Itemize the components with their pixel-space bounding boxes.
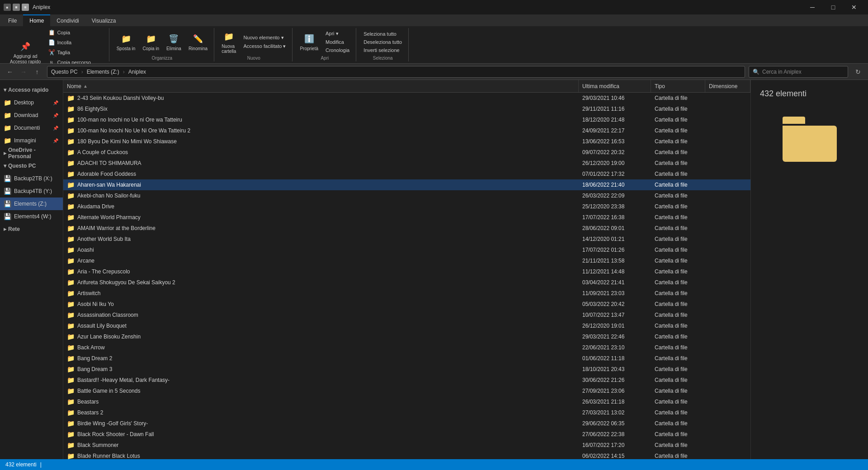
table-row[interactable]: 📁 Birdie Wing -Golf Girls' Story- 29/06/…	[63, 418, 750, 429]
table-row[interactable]: 📁 ADACHI TO SHIMAMURA 26/12/2020 19:00 C…	[63, 158, 750, 169]
btn-sposta-in[interactable]: 📁 Sposta in	[114, 31, 138, 53]
table-row[interactable]: 📁 Arifureta Shokugyou De Sekai Saikyou 2…	[63, 277, 750, 288]
btn-nuovo-elemento[interactable]: Nuovo elemento ▾	[241, 34, 288, 42]
table-row[interactable]: 📁 180 Byou De Kimi No Mimi Wo Shiawase 1…	[63, 136, 750, 147]
nav-buttons: ← → ↑	[4, 66, 43, 78]
sidebar-section-onedrive[interactable]: ▸ OneDrive - Personal	[0, 147, 63, 160]
file-name-cell: 📁 Aharen-san Wa Hakarenai	[63, 179, 579, 190]
btn-accesso-facilitato[interactable]: Accesso facilitato ▾	[241, 42, 288, 50]
tab-home[interactable]: Home	[23, 14, 50, 26]
table-row[interactable]: 📁 AMAIM Warrior at the Borderline 28/06/…	[63, 223, 750, 234]
sidebar-item-download[interactable]: 📁 Download 📌	[0, 109, 63, 122]
table-row[interactable]: 📁 Assault Lily Bouquet 26/12/2020 19:01 …	[63, 320, 750, 331]
col-header-size[interactable]: Dimensione	[705, 80, 750, 92]
table-row[interactable]: 📁 Arcane 21/11/2021 13:58 Cartella di fi…	[63, 255, 750, 266]
table-row[interactable]: 📁 Beastars 26/03/2021 21:18 Cartella di …	[63, 396, 750, 407]
table-row[interactable]: 📁 100-man No Inochi No Ue Ni Ore Wa Tatt…	[63, 125, 750, 136]
btn-rinomina[interactable]: ✏️ Rinomina	[186, 31, 210, 53]
refresh-button[interactable]: ↻	[852, 66, 864, 78]
btn-cronologia[interactable]: Cronologia	[323, 47, 352, 54]
back-button[interactable]: ←	[4, 66, 16, 78]
table-row[interactable]: 📁 Asobi Ni Iku Yo 05/03/2022 20:42 Carte…	[63, 299, 750, 310]
sidebar-section-accesso-rapido[interactable]: ▾ Accesso rapido	[0, 84, 63, 96]
table-row[interactable]: 📁 Artiswitch 11/09/2021 23:03 Cartella d…	[63, 288, 750, 299]
app-icon-3: ■	[22, 4, 29, 11]
btn-inverti-selezione[interactable]: Inverti selezione	[361, 47, 405, 54]
table-row[interactable]: 📁 Black Summoner 16/07/2022 17:20 Cartel…	[63, 440, 750, 451]
table-row[interactable]: 📁 100-man no Inochi no Ue ni Ore wa Tatt…	[63, 114, 750, 125]
btn-deseleziona-tutto[interactable]: Deseleziona tutto	[361, 38, 405, 46]
close-button[interactable]: ✕	[844, 0, 864, 14]
up-button[interactable]: ↑	[31, 66, 43, 78]
file-size-cell	[705, 288, 750, 299]
btn-seleziona-tutto[interactable]: Seleziona tutto	[361, 30, 405, 38]
table-row[interactable]: 📁 Another World Sub Ita 14/12/2020 01:21…	[63, 234, 750, 244]
table-row[interactable]: 📁 Blade Runner Black Lotus 06/02/2022 14…	[63, 451, 750, 459]
sidebar-item-immagini[interactable]: 📁 Immagini 📌	[0, 134, 63, 147]
table-row[interactable]: 📁 Adorable Food Goddess 07/01/2022 17:32…	[63, 169, 750, 179]
table-row[interactable]: 📁 Battle Game in 5 Seconds 27/09/2021 23…	[63, 385, 750, 396]
sidebar-section-questo-pc[interactable]: ▾ Questo PC	[0, 160, 63, 172]
table-row[interactable]: 📁 Alternate World Pharmacy 17/07/2022 16…	[63, 212, 750, 223]
btn-incolla[interactable]: 📄 Incolla	[45, 38, 105, 47]
table-row[interactable]: 📁 Akudama Drive 25/12/2020 23:38 Cartell…	[63, 201, 750, 212]
file-name-cell: 📁 100-man no Inochi no Ue ni Ore wa Tatt…	[63, 114, 579, 125]
btn-apri[interactable]: Apri ▾	[323, 30, 352, 38]
file-name-cell: 📁 Arcane	[63, 255, 579, 266]
folder-tab	[783, 117, 805, 124]
table-row[interactable]: 📁 Aoashi 17/07/2022 01:26 Cartella di fi…	[63, 244, 750, 255]
forward-button[interactable]: →	[17, 66, 30, 78]
btn-proprieta[interactable]: ℹ️ Proprietà	[297, 31, 321, 53]
btn-add-quick-access[interactable]: 📌 Aggiungi adAccesso rapido	[7, 38, 43, 66]
sidebar-item-elements-z[interactable]: 💾 Elements (Z:)	[0, 197, 63, 210]
address-bar: ← → ↑ Questo PC › Elements (Z:) › Aniple…	[0, 64, 868, 80]
sidebar-item-backup4tb[interactable]: 💾 Backup4TB (Y:)	[0, 185, 63, 197]
sidebar-item-elements4-w[interactable]: 💾 Elements4 (W:)	[0, 210, 63, 223]
address-path[interactable]: Questo PC › Elements (Z:) › Aniplex	[47, 66, 745, 78]
sidebar-item-documenti[interactable]: 📁 Documenti 📌	[0, 122, 63, 134]
tab-condividi[interactable]: Condividi	[50, 14, 85, 26]
btn-nuova-cartella[interactable]: 📁 Nuovacartella	[219, 28, 239, 56]
minimize-button[interactable]: ─	[802, 0, 823, 14]
btn-copia-in[interactable]: 📁 Copia in	[140, 31, 162, 53]
file-name-text: Artiswitch	[77, 290, 100, 296]
btn-copia[interactable]: 📋 Copia	[45, 28, 105, 37]
col-header-date[interactable]: Ultima modifica	[579, 80, 651, 92]
ribbon-col-nuovo: Nuovo elemento ▾ Accesso facilitato ▾	[241, 34, 288, 50]
search-box[interactable]: 🔍 Cerca in Aniplex	[749, 66, 848, 78]
table-row[interactable]: 📁 86 EightySix 29/11/2021 11:16 Cartella…	[63, 103, 750, 114]
col-header-type[interactable]: Tipo	[651, 80, 705, 92]
btn-modifica[interactable]: Modifica	[323, 38, 352, 46]
table-row[interactable]: 📁 Bang Dream 2 01/06/2022 11:18 Cartella…	[63, 353, 750, 364]
file-date-cell: 14/12/2020 01:21	[579, 234, 651, 244]
table-row[interactable]: 📁 Bastard!! -Heavy Metal, Dark Fantasy- …	[63, 375, 750, 385]
folder-icon: 📁	[67, 105, 75, 113]
btn-elimina[interactable]: 🗑️ Elimina	[164, 31, 184, 53]
tab-file[interactable]: File	[2, 14, 23, 26]
col-header-name[interactable]: Nome ▲	[63, 80, 579, 92]
table-row[interactable]: 📁 Akebi-chan No Sailor-fuku 26/03/2022 2…	[63, 190, 750, 201]
ribbon-group-label-seleziona: Seleziona	[373, 56, 393, 61]
table-row[interactable]: 📁 Aria - The Crepuscolo 11/12/2021 14:48…	[63, 266, 750, 277]
table-row[interactable]: 📁 Azur Lane Bisoku Zenshin 29/03/2021 22…	[63, 331, 750, 342]
table-row[interactable]: 📁 Black Rock Shooter - Dawn Fall 27/06/2…	[63, 429, 750, 440]
table-row[interactable]: 📁 Beastars 2 27/03/2021 13:02 Cartella d…	[63, 407, 750, 418]
ribbon-group-nuovo-items: 📁 Nuovacartella Nuovo elemento ▾ Accesso…	[219, 28, 288, 56]
window-title: Aniplex	[33, 4, 50, 10]
sidebar-item-desktop[interactable]: 📁 Desktop 📌	[0, 96, 63, 109]
table-row[interactable]: 📁 Back Arrow 22/06/2021 23:10 Cartella d…	[63, 342, 750, 353]
tab-visualizza[interactable]: Visualizza	[85, 14, 123, 26]
folder-icon: 📁	[67, 246, 75, 254]
folder-icon: 📁	[67, 366, 75, 373]
table-row[interactable]: 📁 Bang Dream 3 18/10/2021 20:43 Cartella…	[63, 364, 750, 375]
sidebar-item-backup2tb[interactable]: 💾 Backup2TB (X:)	[0, 172, 63, 185]
file-size-cell	[705, 190, 750, 201]
table-row[interactable]: 📁 Aharen-san Wa Hakarenai 18/06/2022 21:…	[63, 179, 750, 190]
maximize-button[interactable]: □	[823, 0, 844, 14]
table-row[interactable]: 📁 A Couple of Cuckoos 09/07/2022 20:32 C…	[63, 147, 750, 158]
ribbon-group-organizza-items: 📁 Sposta in 📁 Copia in 🗑️ Elimina ✏️ Rin…	[114, 28, 210, 56]
table-row[interactable]: 📁 Assassination Classroom 10/07/2022 13:…	[63, 310, 750, 320]
btn-taglia[interactable]: ✂️ Taglia	[45, 48, 105, 57]
sidebar-section-rete[interactable]: ▸ Rete	[0, 223, 63, 235]
table-row[interactable]: 📁 2-43 Seiin Koukou Danshi Volley-bu 29/…	[63, 93, 750, 103]
